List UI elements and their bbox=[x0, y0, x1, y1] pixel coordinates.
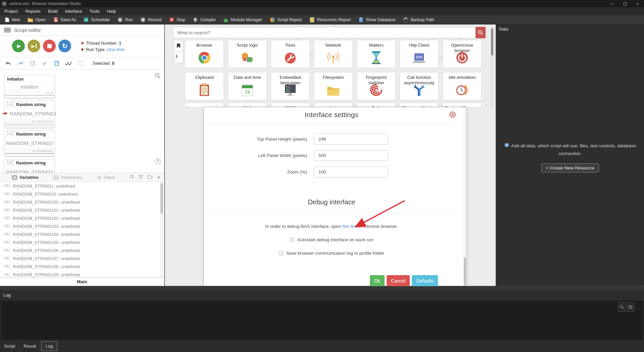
cut-icon[interactable]: ✂ bbox=[40, 58, 50, 68]
hamburger-menu-icon[interactable] bbox=[4, 28, 11, 33]
menu-tools[interactable]: Tools bbox=[86, 7, 103, 15]
toolbar-scheduler[interactable]: 12Scheduler bbox=[83, 17, 110, 22]
toolbar-run[interactable]: Run bbox=[117, 17, 133, 22]
minimize-button[interactable] bbox=[606, 0, 618, 7]
variable-row[interactable]: RANDOM_STRING100: undefined bbox=[0, 198, 164, 206]
toolbar-new[interactable]: New bbox=[4, 17, 20, 22]
module-card-embedded-languages[interactable]: Embedded languages bbox=[271, 72, 310, 100]
module-card-open-close-browser[interactable]: Open/close browser bbox=[443, 40, 482, 68]
menu-reports[interactable]: Reports bbox=[21, 7, 44, 15]
close-button[interactable]: × bbox=[631, 0, 644, 7]
tab-resources[interactable]: Resources bbox=[53, 175, 82, 180]
module-card-call-function-asynchronously[interactable]: Call function asynchronously bbox=[400, 72, 439, 100]
function-tab-main[interactable]: Main bbox=[0, 277, 164, 286]
variables-scrollbar[interactable] bbox=[160, 182, 163, 277]
menu-interface[interactable]: Interface bbox=[61, 7, 86, 15]
script-block-random-string2[interactable]: TXTRandom stringRANDOM_STRING2Id: 612995… bbox=[4, 130, 55, 153]
variable-row[interactable]: RANDOM_STRING105: undefined bbox=[0, 238, 164, 246]
module-card-process-manager[interactable]: Process Manager bbox=[443, 103, 482, 107]
variable-row[interactable]: RANDOM_STRING1: undefined bbox=[0, 182, 164, 190]
bookmarks-button[interactable] bbox=[174, 40, 183, 52]
toolbar-stop[interactable]: Stop bbox=[169, 17, 185, 22]
script-block-initialize[interactable]: InitializeInitializeId: 0 bbox=[4, 75, 55, 96]
left-panel-width-input[interactable] bbox=[314, 150, 388, 161]
play-to-end-button[interactable]: ▶ bbox=[28, 40, 40, 52]
toolbar-record[interactable]: Record bbox=[140, 17, 161, 22]
stop-script-button[interactable] bbox=[43, 40, 56, 52]
help-icon[interactable]: ? bbox=[155, 158, 161, 164]
action-search-input[interactable] bbox=[173, 27, 486, 38]
variable-row[interactable]: RANDOM_STRING106: undefined bbox=[0, 246, 164, 254]
variable-row[interactable]: RANDOM_STRING10: undefined bbox=[0, 190, 164, 198]
script-block-random-string1[interactable]: TXTRandom stringRANDOM_STRING1Id: 321525… bbox=[4, 101, 55, 124]
maximize-button[interactable] bbox=[618, 0, 631, 7]
save-browser-log-checkbox[interactable] bbox=[279, 251, 283, 255]
debug-link[interactable]: this link bbox=[342, 224, 357, 229]
module-card-list[interactable]: List bbox=[314, 103, 353, 107]
bottom-tab-script[interactable]: Script bbox=[0, 340, 19, 352]
paste-icon[interactable] bbox=[53, 60, 60, 67]
toolbar-open[interactable]: Open bbox=[28, 17, 46, 22]
menu-build[interactable]: Build bbox=[44, 7, 61, 15]
module-card-fingerprint-switcher[interactable]: Fingerprint switcher bbox=[357, 72, 396, 100]
autostart-debug-checkbox[interactable] bbox=[290, 238, 294, 242]
cancel-button[interactable]: Cancel bbox=[387, 275, 410, 286]
defaults-button[interactable]: Defaults bbox=[412, 275, 438, 286]
module-card-filesystem[interactable]: Filesystem bbox=[314, 72, 353, 100]
toolbar-show-database[interactable]: Show Database bbox=[358, 17, 395, 22]
module-card-date-and-time[interactable]: Date and time19 bbox=[228, 72, 267, 100]
toolbar-backup-path[interactable]: Backup Path bbox=[403, 17, 434, 22]
module-card-browser[interactable]: Browser bbox=[185, 40, 224, 68]
module-card-network[interactable]: Network bbox=[314, 40, 353, 68]
toolbar-compile[interactable]: Compile bbox=[193, 17, 216, 22]
variable-row[interactable]: RANDOM_STRING108: undefined bbox=[0, 262, 164, 270]
module-card-waiters[interactable]: Waiters bbox=[357, 40, 396, 68]
bottom-tab-result[interactable]: Result bbox=[19, 340, 40, 352]
bottom-tab-log[interactable]: Log bbox=[41, 341, 57, 351]
ok-button[interactable]: Ok bbox=[370, 275, 385, 286]
block-connector[interactable] bbox=[4, 154, 55, 157]
undo-icon[interactable] bbox=[5, 60, 12, 67]
history-restore-button[interactable] bbox=[174, 51, 183, 63]
toolbar-resources-report[interactable]: Resources Report bbox=[309, 17, 351, 22]
log-menu-icon[interactable] bbox=[627, 302, 634, 312]
module-card-json[interactable]: JSON bbox=[271, 103, 310, 107]
module-card-path[interactable]: Path bbox=[357, 103, 396, 107]
selection-mode-icon[interactable] bbox=[77, 60, 85, 67]
module-card-http-client[interactable]: Http ClientHTTP bbox=[400, 40, 439, 68]
toolbar-script-report[interactable]: Script Report bbox=[269, 17, 302, 22]
select-all-icon[interactable] bbox=[65, 60, 72, 67]
menu-help[interactable]: Help bbox=[103, 7, 120, 15]
module-card-phone-verification[interactable]: Phone verification bbox=[400, 103, 439, 107]
copy-icon[interactable] bbox=[29, 60, 36, 67]
block-connector[interactable] bbox=[4, 125, 55, 128]
module-card-mail[interactable]: Mail bbox=[228, 103, 267, 107]
redo-icon[interactable] bbox=[17, 60, 24, 67]
variable-row[interactable]: RANDOM_STRING104: undefined bbox=[0, 230, 164, 238]
variable-row[interactable]: RANDOM_STRING102: undefined bbox=[0, 214, 164, 222]
module-card-tools[interactable]: Tools bbox=[271, 40, 310, 68]
module-card-clipboard[interactable]: Clipboard bbox=[185, 72, 224, 100]
search-button[interactable] bbox=[476, 27, 486, 38]
filter-icon[interactable] bbox=[139, 175, 143, 180]
script-block-random-string3[interactable]: TXTRandom stringRANDOM_STRING3 bbox=[4, 159, 55, 173]
variable-row[interactable]: RANDOM_STRING109: undefined bbox=[0, 270, 164, 277]
play-button[interactable]: ▶ bbox=[12, 40, 25, 52]
variable-row[interactable]: RANDOM_STRING103: undefined bbox=[0, 222, 164, 230]
toolbar-module-manager[interactable]: Module Manager bbox=[223, 17, 262, 22]
tab-stack[interactable]: Stack bbox=[96, 175, 115, 180]
run-type-value[interactable]: One time bbox=[107, 47, 125, 52]
close-panel-icon[interactable]: ✕ bbox=[157, 175, 161, 180]
variable-row[interactable]: RANDOM_STRING101: undefined bbox=[0, 206, 164, 214]
log-search-icon[interactable] bbox=[618, 302, 626, 312]
tab-variables[interactable]: Variables bbox=[12, 175, 39, 180]
variable-row[interactable]: RANDOM_STRING107: undefined bbox=[0, 254, 164, 262]
dialog-scrollbar[interactable] bbox=[463, 107, 466, 286]
top-panel-height-input[interactable] bbox=[314, 134, 388, 145]
search-variables-icon[interactable] bbox=[130, 174, 134, 180]
block-connector[interactable] bbox=[4, 95, 55, 98]
zoom-percent-input[interactable] bbox=[314, 166, 388, 178]
folder-icon[interactable] bbox=[147, 175, 152, 180]
create-new-resource-button[interactable]: + Create New Resource bbox=[541, 163, 599, 172]
menu-project[interactable]: Project bbox=[1, 7, 21, 15]
